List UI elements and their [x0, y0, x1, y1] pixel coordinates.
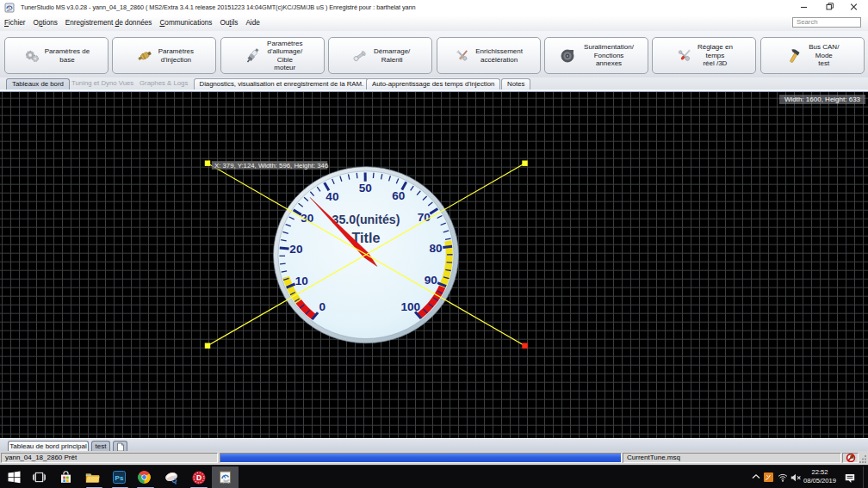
sparkplug-icon — [242, 46, 263, 65]
menu-communications[interactable]: Communications — [156, 15, 216, 31]
toolbar: Paramètres debase Paramètresd'injection — [0, 31, 868, 77]
hammer-icon — [785, 47, 804, 65]
wrench-screwdriver-icon — [454, 46, 471, 65]
dashboard-tab-test[interactable]: test — [91, 441, 110, 453]
search-input[interactable]: Search — [792, 17, 861, 28]
tray-clock[interactable]: 22:52 08/05/2019 — [796, 468, 844, 485]
accel-enrichment-button[interactable]: Enrichissementaccélération — [437, 37, 541, 74]
disconnected-icon — [846, 453, 856, 463]
minimize-button[interactable] — [792, 0, 816, 13]
tab-tuning-dyno-vues: Tuning et Dyno Vues — [66, 78, 139, 90]
button-label: Paramètresd'injection — [158, 47, 194, 64]
svg-text:90: 90 — [425, 274, 437, 287]
button-label: Paramètres debase — [45, 47, 90, 64]
tunerstudio-app-icon — [4, 3, 15, 13]
status-bar: yann_04_18_2860 Prêt CurrentTune.msq — [0, 451, 868, 465]
dish-app-icon[interactable] — [164, 471, 180, 485]
injector-icon — [135, 47, 154, 65]
tray-wifi-icon[interactable] — [778, 473, 788, 482]
gauge-and-selection-overlay[interactable]: 010203040506070809010035.0(unités)TitleX… — [0, 92, 868, 438]
svg-text:X: 379, Y:124, Width: 596, Hei: X: 379, Y:124, Width: 596, Height: 346 — [214, 162, 328, 170]
tray-expand-chevron-icon[interactable] — [752, 473, 760, 480]
svg-text:D: D — [196, 473, 202, 482]
button-label: Réglage entempsréel /3D — [698, 43, 733, 68]
restore-button[interactable] — [818, 0, 842, 13]
show-desktop-divider[interactable] — [863, 466, 864, 488]
canvas-size-label: Width: 1600, Height: 633 — [779, 95, 865, 104]
svg-text:40: 40 — [326, 190, 338, 203]
svg-text:10: 10 — [295, 275, 308, 288]
file-explorer-icon[interactable] — [85, 471, 100, 484]
gears-icon — [23, 47, 40, 65]
chrome-icon[interactable] — [138, 471, 151, 484]
action-center-icon[interactable] — [845, 473, 855, 484]
tab-tableaux-de-bord[interactable]: Tableaux de bord — [6, 78, 70, 90]
svg-text:0: 0 — [319, 301, 326, 314]
button-label: Suralimentation/Fonctionsannexes — [584, 43, 634, 68]
dashboard-tab-bar: Tableau de bord principal test — [0, 438, 868, 451]
photoshop-icon[interactable]: Ps — [113, 471, 126, 484]
svg-text:80: 80 — [429, 242, 442, 255]
start-button-icon[interactable] — [8, 471, 21, 484]
realtime-tuning-button[interactable]: Réglage entempsréel /3D — [652, 37, 756, 74]
menu-enregistrement[interactable]: Enregistrement de données — [61, 15, 156, 31]
turbo-icon — [559, 47, 580, 65]
status-current-tune: CurrentTune.msq — [623, 453, 841, 463]
status-current-tune-text: CurrentTune.msq — [627, 454, 680, 461]
progress-fill — [220, 454, 621, 462]
main-tab-bar: Tableaux de bord Tuning et Dyno Vues Gra… — [0, 77, 868, 90]
wrench-icon — [350, 47, 369, 65]
svg-text:60: 60 — [392, 189, 405, 202]
title-bar: TunerStudio MS v3.0.28 - yann_04_18_2860… — [0, 0, 868, 15]
injection-settings-button[interactable]: Paramètresd'injection — [112, 37, 216, 74]
tunerstudio-taskbar-icon[interactable] — [219, 471, 232, 485]
tools-3d-icon — [676, 46, 693, 65]
ignition-settings-button[interactable]: Paramètresd'allumage/Ciblemoteur — [220, 37, 325, 74]
can-bus-test-button[interactable]: Bus CAN/Modetest — [760, 37, 865, 74]
tab-diagnostics-ram[interactable]: Diagnostics, visualisation et enregistre… — [194, 78, 370, 90]
status-project-text: yann_04_18_2860 Prêt — [5, 454, 77, 461]
tab-notes[interactable]: Notes — [501, 78, 530, 90]
new-dashboard-icon — [116, 442, 125, 452]
status-connection — [842, 453, 859, 463]
menu-outils[interactable]: Outils — [216, 15, 242, 31]
task-view-icon[interactable] — [33, 471, 46, 484]
tray-orange-app-icon[interactable] — [764, 473, 773, 482]
svg-text:Ps: Ps — [115, 474, 124, 482]
tab-auto-apprentissage[interactable]: Auto-apprentissage des temps d'injection — [366, 78, 500, 90]
microsoft-store-icon[interactable] — [59, 471, 72, 484]
button-label: Enrichissementaccélération — [475, 47, 523, 64]
windows-taskbar: Ps D — [0, 465, 868, 488]
tray-date: 08/05/2019 — [796, 477, 844, 485]
button-label: Démarrage/Ralenti — [374, 47, 410, 64]
startup-idle-button[interactable]: Démarrage/Ralenti — [328, 37, 432, 74]
svg-text:35.0(unités): 35.0(unités) — [332, 213, 400, 226]
basic-settings-button[interactable]: Paramètres debase — [4, 37, 108, 74]
dashboard-tab-new[interactable] — [113, 441, 127, 453]
resize-grip[interactable] — [859, 455, 867, 463]
svg-text:70: 70 — [418, 212, 431, 225]
window-title: TunerStudio MS v3.0.28 - yann_04_18_2860… — [21, 0, 416, 15]
boost-aux-button[interactable]: Suralimentation/Fonctionsannexes — [544, 37, 648, 74]
button-label: Paramètresd'allumage/Ciblemoteur — [267, 40, 302, 72]
menu-bar: Fichier Options Enregistrement de donnée… — [0, 15, 868, 31]
dashboard-tab-principal[interactable]: Tableau de bord principal — [8, 441, 89, 453]
status-progress-bar — [220, 453, 622, 463]
tray-time: 22:52 — [796, 468, 844, 477]
menu-fichier[interactable]: Fichier — [1, 15, 30, 31]
status-project: yann_04_18_2860 Prêt — [1, 453, 218, 463]
menu-options[interactable]: Options — [29, 15, 61, 31]
svg-text:100: 100 — [400, 300, 420, 313]
menu-aide[interactable]: Aide — [242, 15, 264, 31]
tab-graphes-logs: Graphes & Logs — [134, 78, 193, 90]
svg-text:20: 20 — [289, 243, 302, 256]
close-button[interactable] — [842, 0, 866, 13]
svg-text:50: 50 — [359, 182, 372, 195]
red-d-app-icon[interactable]: D — [192, 471, 206, 485]
button-label: Bus CAN/Modetest — [809, 43, 839, 68]
